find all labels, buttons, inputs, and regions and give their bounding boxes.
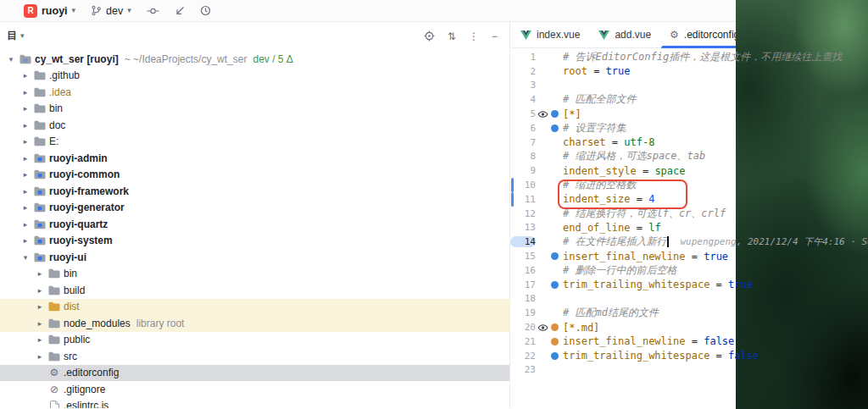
code-line[interactable]: 15insert_final_newline = true — [510, 249, 868, 263]
blue-gutter-marker-icon[interactable] — [551, 252, 559, 260]
tree-item-github[interactable]: ▸.github — [0, 68, 509, 85]
line-number: 9 — [510, 165, 536, 176]
tab-index-vue[interactable]: index.vue — [511, 22, 589, 47]
code-line[interactable]: 13end_of_line = lf — [510, 221, 868, 235]
chevron-right-icon[interactable]: ▸ — [19, 170, 32, 179]
code-line[interactable]: 12# 结尾换行符，可选lf、cr、crlf — [510, 207, 868, 221]
chevron-right-icon[interactable]: ▸ — [19, 187, 32, 196]
chevron-right-icon[interactable]: ▸ — [33, 286, 47, 295]
tree-item-ruoyi-admin[interactable]: ▸ruoyi-admin — [0, 150, 509, 167]
chevron-right-icon[interactable]: ▸ — [33, 319, 47, 328]
tree-item-ruoyi-framework[interactable]: ▸ruoyi-framework — [0, 183, 509, 200]
chevron-right-icon[interactable]: ▸ — [19, 121, 32, 130]
chevron-down-icon[interactable]: ▾ — [4, 55, 18, 64]
panel-title[interactable]: 目 ▾ — [7, 29, 25, 43]
chevron-right-icon[interactable]: ▸ — [33, 269, 47, 278]
more-options-icon[interactable]: ⋮ — [469, 31, 479, 41]
code-line[interactable]: 8# 缩进风格，可选space、tab — [510, 150, 868, 164]
chevron-right-icon[interactable]: ▸ — [33, 352, 47, 361]
code-text: # 删除一行中的前后空格 — [563, 263, 676, 278]
blue-gutter-marker-icon[interactable] — [551, 110, 559, 118]
tree-item-src[interactable]: ▸src — [0, 348, 509, 365]
tree-item-label: ruoyi-admin — [49, 152, 108, 164]
collapse-all-icon[interactable]: ⇅ — [448, 31, 456, 41]
line-number: 22 — [510, 351, 536, 362]
code-line[interactable]: 16# 删除一行中的前后空格 — [510, 263, 868, 278]
gutter-icons — [536, 281, 563, 289]
chevron-right-icon[interactable]: ▸ — [33, 335, 47, 344]
locate-file-icon[interactable] — [424, 30, 435, 41]
tab-add-vue[interactable]: add.vue — [589, 22, 660, 47]
code-line[interactable]: 22trim_trailing_whitespace = false — [510, 349, 868, 363]
blue-gutter-marker-icon[interactable] — [551, 124, 559, 132]
orange-gutter-marker-icon[interactable] — [551, 338, 559, 345]
tree-item-bin[interactable]: ▸bin — [0, 101, 509, 118]
chevron-right-icon[interactable]: ▸ — [19, 88, 32, 97]
code-line[interactable]: 20[*.md] — [510, 320, 868, 334]
tree-item-idea[interactable]: ▸.idea — [0, 84, 509, 101]
code-line[interactable]: 21insert_final_newline = false — [510, 334, 868, 349]
code-line[interactable]: 7charset = utf-8 — [510, 135, 868, 150]
code-line[interactable]: 6# 设置字符集 — [510, 121, 868, 135]
tab-editorconfig[interactable]: ⚙.editorconfig× — [660, 22, 761, 47]
code-line[interactable]: 5[*] — [510, 107, 868, 121]
tree-item-node-modules[interactable]: ▸node_moduleslibrary root — [0, 315, 509, 332]
code-line[interactable]: 11indent_size = 4 — [510, 192, 868, 207]
tree-item-ruoyi-common[interactable]: ▸ruoyi-common — [0, 167, 509, 184]
eye-icon[interactable] — [537, 110, 548, 119]
code-line[interactable]: 1# 告诉EditorConfig插件，这是根文件，不用继续往上查找 — [510, 50, 868, 64]
tree-item-ruoyi-ui[interactable]: ▾ruoyi-ui — [0, 249, 509, 266]
close-tab-icon[interactable]: × — [746, 30, 752, 40]
blue-gutter-marker-icon[interactable] — [551, 281, 559, 289]
chevron-down-icon: ▾ — [20, 32, 25, 40]
tree-item-doc[interactable]: ▸doc — [0, 117, 509, 134]
orange-gutter-marker-icon[interactable] — [551, 323, 559, 331]
blue-gutter-marker-icon[interactable] — [551, 352, 559, 360]
code-line[interactable]: 17trim_trailing_whitespace = true — [510, 278, 868, 292]
code-line[interactable]: 14# 在文件结尾插入新行wupengpeng, 2021/12/4 下午4:1… — [510, 235, 868, 249]
code-text: [*] — [563, 108, 581, 120]
tree-item-gitignore[interactable]: ⊘.gitignore — [0, 381, 509, 398]
chevron-down-icon[interactable]: ▾ — [19, 253, 32, 262]
hide-panel-icon[interactable]: − — [492, 31, 498, 41]
chevron-right-icon[interactable]: ▸ — [19, 203, 32, 212]
code-line[interactable]: 19# 匹配md结尾的文件 — [510, 306, 868, 320]
chevron-right-icon[interactable]: ▸ — [33, 302, 47, 311]
chevron-right-icon[interactable]: ▸ — [19, 137, 32, 146]
code-line[interactable]: 9indent_style = space — [510, 163, 868, 178]
tree-item-ruoyi-generator[interactable]: ▸ruoyi-generator — [0, 200, 509, 217]
tree-item-eslintrc-js[interactable]: .eslintrc.js — [0, 398, 509, 409]
code-line[interactable]: 18 — [510, 292, 868, 307]
tree-item-ruoyi-system[interactable]: ▸ruoyi-system — [0, 233, 509, 250]
commit-icon[interactable] — [147, 6, 159, 16]
folder-icon — [32, 120, 47, 130]
chevron-right-icon[interactable]: ▸ — [19, 220, 32, 229]
tree-item-dist[interactable]: ▸dist — [0, 299, 509, 316]
tree-item-e[interactable]: ▸E: — [0, 134, 509, 151]
tree-item-bin[interactable]: ▸bin — [0, 266, 509, 283]
code-line[interactable]: 2root = true — [510, 64, 868, 79]
chevron-right-icon[interactable]: ▸ — [19, 104, 32, 113]
history-icon[interactable] — [200, 5, 211, 16]
tree-item-cy-wt-ser-ruoyi[interactable]: ▾cy_wt_ser [ruoyi]~ ~/IdeaProjects/cy_wt… — [0, 51, 509, 68]
code-line[interactable]: 23 — [510, 363, 868, 378]
code-line[interactable]: 3 — [510, 79, 868, 93]
tree-item-public[interactable]: ▸public — [0, 332, 509, 349]
code-line[interactable]: 10# 缩进的空格数 — [510, 178, 868, 192]
project-widget[interactable]: R ruoyi ▾ — [24, 4, 75, 18]
chevron-right-icon[interactable]: ▸ — [19, 236, 32, 245]
branch-widget[interactable]: dev ▾ — [91, 5, 131, 17]
code-line[interactable]: 4# 匹配全部文件 — [510, 92, 868, 107]
tree-item-ruoyi-quartz[interactable]: ▸ruoyi-quartz — [0, 216, 509, 233]
eye-icon[interactable] — [537, 323, 548, 332]
chevron-right-icon[interactable]: ▸ — [19, 71, 32, 80]
project-tool-window: 目 ▾ ⇅ ⋮ − ▾cy_wt_ser [ruoyi]~ ~/IdeaProj… — [0, 22, 510, 408]
project-name-label: ruoyi — [42, 5, 68, 17]
tree-item-build[interactable]: ▸build — [0, 282, 509, 299]
update-project-icon[interactable] — [175, 6, 185, 16]
line-number: 19 — [510, 307, 536, 318]
code-text: trim_trailing_whitespace = false — [563, 350, 759, 362]
chevron-right-icon[interactable]: ▸ — [19, 154, 32, 163]
tree-item-editorconfig[interactable]: ⚙.editorconfig — [0, 365, 509, 382]
code-text: indent_style = space — [563, 165, 686, 177]
